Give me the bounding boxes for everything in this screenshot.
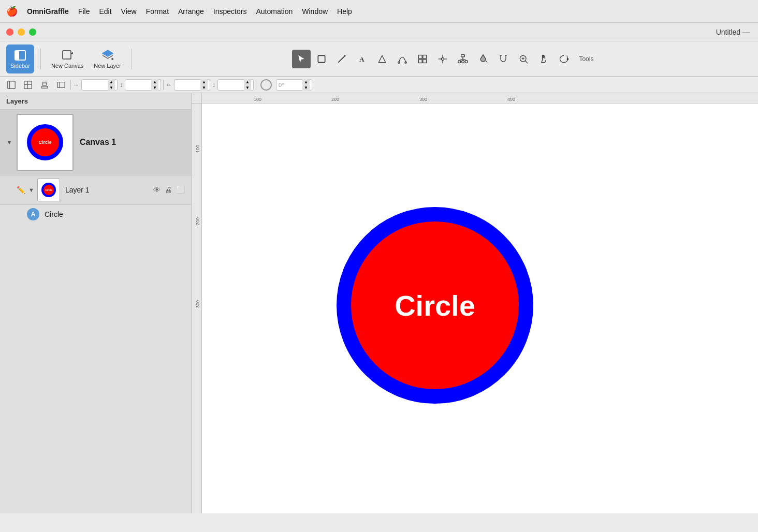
align-tab[interactable]	[37, 78, 52, 92]
toolbar-separator-1	[40, 49, 41, 69]
apple-menu[interactable]: 🍎	[6, 6, 18, 17]
data-tab-icon	[56, 80, 66, 90]
menu-automation[interactable]: Automation	[256, 7, 293, 16]
svg-rect-9	[318, 55, 325, 62]
new-layer-label: New Layer	[94, 63, 121, 69]
w-decrement[interactable]: ▼	[200, 85, 208, 91]
menu-window[interactable]: Window	[302, 7, 328, 16]
svg-line-10	[339, 55, 345, 62]
circle-shape[interactable]: Circle	[337, 207, 533, 404]
svg-rect-44	[24, 81, 32, 88]
h-increment[interactable]: ▲	[244, 79, 251, 85]
node-tool[interactable]	[433, 50, 452, 68]
angle-decrement[interactable]: ▼	[302, 85, 310, 91]
x-input-field[interactable]: ▲ ▼	[81, 79, 118, 91]
y-input-field[interactable]: ▲ ▼	[125, 79, 161, 91]
shape-item[interactable]: A Circle	[0, 205, 191, 224]
angle-input-field[interactable]: 0° ▲ ▼	[276, 79, 312, 91]
ruler-vmark-200: 200	[195, 217, 200, 225]
new-layer-icon	[101, 49, 114, 62]
layer-visibility-icon[interactable]: 👁	[153, 186, 161, 194]
ruler-mark-300: 300	[419, 97, 427, 102]
ruler-mark-100: 100	[254, 97, 261, 102]
canvas-thumbnail: Circle	[17, 114, 74, 171]
shape-tool[interactable]	[312, 50, 331, 68]
x-arrow-icon: →	[73, 81, 79, 88]
canvas-area[interactable]: 100 200 300 400 100 200 300 Circle	[192, 93, 758, 513]
fill-tool[interactable]	[474, 50, 492, 68]
width-input-field[interactable]: ▲ ▼	[174, 79, 210, 91]
menubar: 🍎 OmniGraffle File Edit View Format Arra…	[0, 0, 758, 23]
text-tool[interactable]: A	[353, 50, 371, 68]
layer-item[interactable]: ✏️ ▼ Circle Layer 1 👁 🖨 ⬜	[0, 175, 191, 205]
w-increment[interactable]: ▲	[200, 79, 208, 85]
sidebar-toggle-button[interactable]: Sidebar	[6, 45, 34, 73]
canvas-tab-icon	[7, 80, 16, 90]
toolbar: Sidebar New Canvas New Layer	[0, 41, 758, 77]
svg-point-27	[458, 60, 461, 63]
svg-point-28	[462, 60, 464, 63]
svg-rect-17	[419, 55, 422, 58]
new-canvas-button[interactable]: New Canvas	[47, 45, 88, 73]
svg-rect-2	[63, 51, 71, 59]
magnet-icon	[498, 54, 508, 64]
y-decrement[interactable]: ▼	[151, 85, 158, 91]
y-increment[interactable]: ▲	[151, 79, 158, 85]
svg-rect-49	[42, 86, 48, 88]
zoom-in-tool[interactable]	[514, 50, 533, 68]
data-tab[interactable]	[54, 78, 68, 92]
height-input-field[interactable]: ▲ ▼	[217, 79, 254, 91]
menu-file[interactable]: File	[78, 7, 90, 16]
line-tool[interactable]	[332, 50, 351, 68]
canvas-name: Canvas 1	[80, 138, 116, 147]
layer-thumb-text: Circle	[45, 188, 52, 191]
circle-label: Circle	[395, 289, 475, 322]
canvas-tab[interactable]	[4, 78, 19, 92]
align-tab-icon	[40, 80, 49, 90]
app-name[interactable]: OmniGraffle	[27, 7, 69, 16]
pan-icon	[538, 54, 549, 64]
sidebar-header: Layers	[0, 93, 191, 110]
pen-tool[interactable]	[373, 50, 391, 68]
grid-tab[interactable]	[21, 78, 35, 92]
diagram-tool[interactable]	[454, 50, 472, 68]
vector-tool[interactable]	[393, 50, 412, 68]
menu-edit[interactable]: Edit	[99, 7, 111, 16]
pan-tool[interactable]	[534, 50, 553, 68]
layer-chevron[interactable]: ▼	[28, 187, 34, 193]
menu-help[interactable]: Help	[337, 7, 352, 16]
new-layer-button[interactable]: New Layer	[90, 45, 125, 73]
shape-badge: A	[27, 208, 39, 220]
svg-rect-48	[42, 83, 46, 85]
grid-tool[interactable]	[413, 50, 432, 68]
diagram-icon	[458, 54, 468, 64]
svg-point-29	[465, 60, 468, 63]
menu-inspectors[interactable]: Inspectors	[213, 7, 247, 16]
layer-print-icon[interactable]: 🖨	[165, 186, 172, 194]
pos-sep-3	[256, 80, 256, 90]
menu-arrange[interactable]: Arrange	[178, 7, 204, 16]
new-canvas-icon	[61, 49, 74, 62]
magnet-tool[interactable]	[494, 50, 513, 68]
x-increment[interactable]: ▲	[108, 79, 115, 85]
layer-edit-icon[interactable]: ✏️	[17, 186, 25, 194]
select-icon	[296, 54, 307, 64]
menu-format[interactable]: Format	[146, 7, 169, 16]
svg-rect-50	[57, 82, 65, 87]
angle-increment[interactable]: ▲	[302, 79, 310, 85]
svg-text:A: A	[359, 55, 365, 63]
x-decrement[interactable]: ▼	[108, 85, 115, 91]
layer-lock-icon[interactable]: ⬜	[176, 186, 185, 194]
angle-value: 0°	[279, 82, 302, 88]
menu-view[interactable]: View	[121, 7, 137, 16]
select-tool[interactable]	[292, 50, 311, 68]
minimize-button[interactable]	[18, 28, 25, 36]
height-icon: ↕	[212, 81, 215, 88]
window-title: Untitled —	[716, 28, 750, 36]
h-decrement[interactable]: ▼	[244, 85, 251, 91]
canvas-item[interactable]: ▼ Circle Canvas 1	[0, 110, 191, 175]
lasso-tool[interactable]	[555, 50, 573, 68]
fill-icon	[478, 54, 488, 64]
close-button[interactable]	[6, 28, 13, 36]
maximize-button[interactable]	[29, 28, 36, 36]
